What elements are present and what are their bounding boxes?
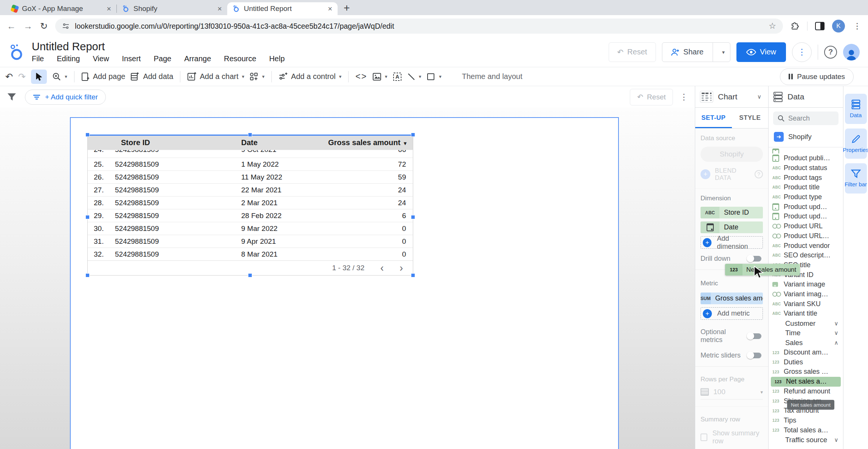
field-item[interactable]: Gross sales amount	[769, 367, 843, 377]
field-item[interactable]: SEO description	[769, 251, 843, 260]
filter-funnel-icon[interactable]	[7, 92, 17, 102]
community-visualizations-button[interactable]: ▾	[250, 72, 265, 81]
zoom-tool-button[interactable]: ▾	[52, 72, 67, 81]
selection-handle[interactable]	[85, 215, 90, 219]
chart-panel-header[interactable]: Chart ∨	[695, 86, 768, 108]
table-chart[interactable]: Store ID Date Gross sales amount▼ 24. 52…	[87, 135, 413, 276]
redo-icon[interactable]: ↷	[18, 71, 26, 82]
site-settings-icon[interactable]	[62, 22, 70, 30]
new-tab-button[interactable]: +	[344, 2, 350, 14]
field-item[interactable]: Product URL (Decode…	[769, 231, 843, 241]
undo-icon[interactable]: ↶	[5, 71, 13, 82]
metric-header[interactable]: Gross sales amount▼	[322, 138, 413, 147]
blend-data-button[interactable]: BLEND DATA	[715, 167, 750, 181]
menu-editing[interactable]: Editing	[57, 54, 80, 63]
add-metric-button[interactable]: + Add metric	[701, 307, 763, 320]
side-panel-icon[interactable]	[815, 22, 825, 30]
view-button[interactable]: View	[736, 42, 786, 62]
back-icon[interactable]: ←	[7, 21, 16, 31]
field-item[interactable]: Product updated date…	[769, 212, 843, 221]
chevron-down-icon[interactable]: ∨	[757, 93, 761, 100]
field-item[interactable]: Product title	[769, 183, 843, 192]
dimension-chip-date[interactable]: Date	[701, 221, 763, 233]
rail-filter-bar-button[interactable]: Filter bar	[845, 163, 867, 194]
add-data-button[interactable]: Add data	[130, 72, 173, 81]
add-text-button[interactable]: A	[393, 72, 402, 81]
tab-setup[interactable]: SET-UP	[695, 108, 732, 128]
field-item[interactable]: Product status	[769, 163, 843, 173]
address-bar[interactable]: lookerstudio.google.com/u/0/reporting/13…	[55, 19, 783, 34]
menu-resource[interactable]: Resource	[224, 54, 256, 63]
help-icon[interactable]: ?	[824, 46, 837, 59]
field-item[interactable]: Variant image URL	[769, 290, 843, 299]
field-item[interactable]: Customer	[769, 319, 843, 328]
field-item[interactable]: Traffic source	[769, 435, 843, 445]
field-item[interactable]: Product published da…	[769, 153, 843, 163]
report-title[interactable]: Untitled Report	[32, 41, 285, 52]
browser-tab-untitled-report[interactable]: Untitled Report ×	[227, 2, 338, 15]
field-item[interactable]: Net sales amount	[771, 377, 841, 387]
report-canvas[interactable]: Store ID Date Gross sales amount▼ 24. 52…	[0, 108, 695, 449]
drill-down-toggle[interactable]	[748, 256, 761, 262]
add-shape-button[interactable]: ▾	[426, 73, 442, 81]
field-item[interactable]: Discount amount	[769, 348, 843, 358]
selection-handle[interactable]	[85, 273, 90, 277]
field-item[interactable]: Refund amount	[769, 387, 843, 396]
menu-help[interactable]: Help	[269, 54, 285, 63]
data-source-row[interactable]: ➜ Shopify	[769, 128, 843, 147]
field-item[interactable]: Product type	[769, 192, 843, 202]
forward-icon[interactable]: →	[23, 21, 33, 31]
bookmark-star-icon[interactable]: ☆	[769, 21, 776, 31]
selection-handle[interactable]	[248, 133, 252, 137]
add-chart-button[interactable]: Add a chart ▾	[187, 72, 244, 81]
selection-handle[interactable]	[411, 215, 415, 219]
field-item[interactable]	[769, 149, 843, 153]
optional-metrics-toggle[interactable]	[748, 333, 761, 339]
field-item[interactable]: Time	[769, 328, 843, 338]
selection-handle[interactable]	[411, 273, 415, 277]
add-control-button[interactable]: Add a control ▾	[279, 72, 341, 81]
metric-chip-gross-sales[interactable]: SUM Gross sales amount	[701, 293, 763, 304]
rail-properties-button[interactable]: Properties	[845, 129, 867, 159]
tab-close-icon[interactable]: ×	[328, 5, 332, 13]
field-item[interactable]: Product tags	[769, 173, 843, 183]
menu-arrange[interactable]: Arrange	[184, 54, 211, 63]
field-item[interactable]: Duties	[769, 357, 843, 367]
data-source-chip[interactable]: Shopify	[701, 147, 763, 162]
browser-profile-avatar[interactable]: K	[832, 20, 845, 33]
menu-page[interactable]: Page	[153, 54, 171, 63]
next-page-icon[interactable]: ›	[400, 262, 403, 274]
rows-per-page-select[interactable]: 100 ▾	[701, 388, 763, 399]
report-page[interactable]: Store ID Date Gross sales amount▼ 24. 52…	[70, 117, 619, 449]
canvas-reset-button[interactable]: ↶ Reset	[630, 89, 673, 105]
field-item[interactable]: Product updated date	[769, 202, 843, 212]
reset-button[interactable]: ↶ Reset	[609, 42, 656, 62]
add-dimension-button[interactable]: + Add dimension	[701, 236, 763, 249]
share-caret-icon[interactable]: ▾	[717, 49, 730, 55]
field-item[interactable]: Product vendor	[769, 241, 843, 251]
field-item[interactable]: Variant image	[769, 280, 843, 290]
field-item[interactable]: Product URL	[769, 221, 843, 231]
browser-tab-gox[interactable]: GoX - App Manage ×	[6, 2, 116, 15]
add-image-button[interactable]: ▾	[372, 73, 388, 81]
browser-menu-icon[interactable]: ⋮	[853, 22, 861, 31]
previous-page-icon[interactable]: ‹	[380, 262, 384, 274]
metric-sliders-toggle[interactable]	[748, 353, 761, 358]
menu-file[interactable]: File	[32, 54, 44, 63]
add-page-button[interactable]: Add page	[81, 72, 126, 81]
embed-url-button[interactable]: <>	[355, 71, 367, 82]
canvas-more-options-icon[interactable]: ⋮	[680, 92, 688, 102]
theme-and-layout-button[interactable]: Theme and layout	[462, 72, 522, 81]
user-avatar[interactable]	[843, 44, 860, 60]
share-button[interactable]: Share ▾	[662, 42, 730, 62]
selection-handle[interactable]	[411, 133, 415, 137]
tab-close-icon[interactable]: ×	[107, 5, 111, 13]
menu-insert[interactable]: Insert	[122, 54, 141, 63]
field-item[interactable]: Variant SKU	[769, 299, 843, 309]
menu-view[interactable]: View	[93, 54, 109, 63]
browser-tab-shopify[interactable]: Shopify ×	[117, 2, 227, 15]
field-item[interactable]: Variant title	[769, 309, 843, 319]
selection-handle[interactable]	[85, 133, 90, 137]
field-item[interactable]: Sales	[769, 338, 843, 348]
rail-data-button[interactable]: Data	[845, 94, 867, 124]
